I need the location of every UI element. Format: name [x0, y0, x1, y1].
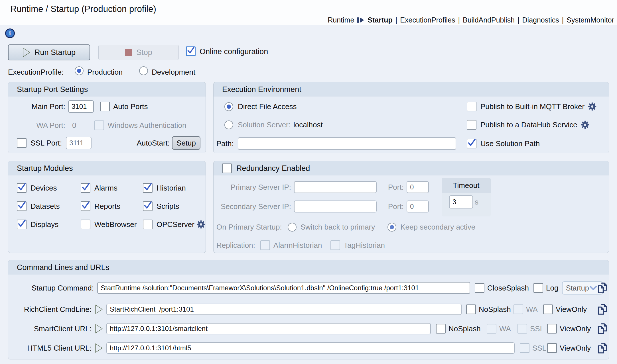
richclient-nosplash-label: NoSplash — [479, 305, 511, 314]
secondary-server-ip-input[interactable] — [294, 201, 377, 212]
path-label: Path: — [216, 139, 234, 148]
redundancy-enabled-checkbox[interactable] — [222, 163, 232, 173]
breadcrumb-diagnostics[interactable]: Diagnostics — [522, 16, 559, 24]
production-label: Production — [87, 68, 123, 77]
keep-secondary-label: Keep secondary active — [400, 223, 475, 232]
auto-ports-checkbox[interactable] — [100, 102, 110, 111]
breadcrumb-executionprofiles[interactable]: ExecutionProfiles — [400, 16, 455, 24]
execution-environment-title: Execution Environment — [214, 82, 609, 97]
smartclient-nosplash-checkbox[interactable] — [436, 324, 446, 334]
richclient-viewonly-label: ViewOnly — [556, 305, 587, 314]
richclient-cmdline-label: RichClient CmdLine: — [8, 305, 92, 314]
breadcrumb-startup[interactable]: Startup — [368, 16, 393, 24]
run-startup-button[interactable]: Run Startup — [8, 44, 90, 60]
publish-mqtt-label: Publish to Built-in MQTT Broker — [480, 102, 584, 111]
breadcrumb: Runtime Startup | ExecutionProfiles | Bu… — [328, 16, 614, 24]
startup-port-settings-panel: Startup Port Settings Main Port: Auto Po… — [8, 82, 206, 153]
richclient-cmdline-input[interactable] — [106, 304, 462, 315]
primary-port-label: Port: — [388, 183, 404, 192]
startup-command-label: Startup Command: — [8, 284, 94, 293]
main-port-input[interactable] — [68, 100, 94, 113]
html5-viewonly-label: ViewOnly — [560, 344, 591, 353]
html5-client-url-input[interactable] — [106, 342, 515, 354]
secondary-port-input[interactable] — [407, 201, 429, 212]
page-title: Runtime / Startup (Production profile) — [10, 4, 156, 14]
redundancy-panel: Redundancy Enabled Primary Server IP: Po… — [213, 161, 609, 253]
richclient-viewonly-checkbox[interactable] — [543, 304, 553, 314]
path-input[interactable] — [238, 137, 456, 150]
log-checkbox[interactable] — [533, 283, 543, 293]
richclient-wa-checkbox — [514, 304, 523, 314]
switch-back-radio[interactable] — [288, 223, 297, 232]
online-configuration-label: Online configuration — [200, 47, 268, 56]
reports-checkbox[interactable] — [81, 201, 90, 211]
smartclient-url-input[interactable] — [106, 323, 431, 334]
displays-checkbox[interactable] — [17, 220, 27, 229]
scripts-label: Scripts — [157, 202, 179, 211]
breadcrumb-systemmonitor[interactable]: SystemMonitor — [567, 16, 614, 24]
richclient-nosplash-checkbox[interactable] — [466, 304, 476, 314]
closesplash-checkbox[interactable] — [475, 283, 484, 293]
richclient-run-icon[interactable] — [95, 304, 103, 314]
reports-label: Reports — [94, 202, 120, 211]
production-radio[interactable] — [75, 66, 84, 75]
redundancy-enabled-label: Redundancy Enabled — [236, 164, 310, 173]
autostart-setup-button[interactable]: Setup — [172, 136, 200, 150]
publish-datahub-checkbox[interactable] — [467, 120, 476, 130]
keep-secondary-radio[interactable] — [387, 223, 396, 232]
html5-viewonly-checkbox[interactable] — [547, 343, 557, 353]
datahub-gear-icon[interactable] — [581, 120, 589, 129]
html5-ssl-label: SSL — [532, 344, 546, 353]
primary-server-ip-label: Primary Server IP: — [214, 183, 291, 192]
use-solution-path-checkbox[interactable] — [467, 139, 476, 148]
on-primary-startup-label: On Primary Startup: — [216, 223, 282, 232]
log-target-value: Startup — [566, 284, 589, 292]
breadcrumb-runtime[interactable]: Runtime — [328, 16, 354, 24]
smartclient-copy-icon[interactable] — [597, 323, 608, 335]
devices-checkbox[interactable] — [17, 183, 27, 193]
breadcrumb-buildandpublish[interactable]: BuildAndPublish — [463, 16, 515, 24]
stop-label: Stop — [136, 48, 152, 57]
richclient-copy-icon[interactable] — [597, 303, 608, 315]
secondary-port-label: Port: — [388, 202, 404, 211]
datasets-checkbox[interactable] — [17, 201, 27, 211]
html5-copy-icon[interactable] — [597, 342, 608, 354]
stop-button[interactable]: Stop — [98, 45, 179, 60]
historian-checkbox[interactable] — [143, 183, 153, 193]
timeout-input[interactable] — [449, 195, 473, 208]
info-icon[interactable]: i — [5, 28, 15, 38]
alarms-checkbox[interactable] — [81, 183, 90, 193]
mqtt-gear-icon[interactable] — [588, 102, 596, 111]
webbrowser-checkbox[interactable] — [81, 220, 90, 229]
command-lines-title: Command Lines and URLs — [8, 260, 609, 275]
breadcrumb-separator: | — [562, 16, 564, 24]
startup-command-copy-icon[interactable] — [597, 282, 608, 294]
solution-server-radio[interactable] — [224, 120, 233, 129]
wa-port-value: 0 — [72, 121, 76, 130]
development-radio[interactable] — [139, 66, 148, 75]
run-startup-label: Run Startup — [34, 48, 76, 57]
closesplash-label: CloseSplash — [487, 284, 529, 293]
scripts-checkbox[interactable] — [143, 201, 153, 211]
smartclient-viewonly-checkbox[interactable] — [547, 324, 557, 334]
online-configuration-checkbox[interactable] — [186, 46, 196, 56]
execution-environment-panel: Execution Environment Direct File Access… — [213, 82, 609, 153]
wa-port-label: WA Port: — [8, 121, 65, 130]
devices-label: Devices — [31, 184, 57, 193]
publish-mqtt-checkbox[interactable] — [467, 102, 476, 111]
direct-file-access-radio[interactable] — [224, 102, 233, 111]
primary-server-ip-input[interactable] — [294, 181, 377, 193]
smartclient-run-icon[interactable] — [95, 324, 103, 334]
alarmhistorian-checkbox — [260, 240, 270, 250]
startup-command-input[interactable] — [97, 282, 470, 294]
ssl-port-checkbox[interactable] — [17, 138, 27, 148]
taghistorian-checkbox — [330, 240, 340, 250]
ssl-port-input[interactable] — [66, 137, 92, 149]
datasets-label: Datasets — [31, 202, 60, 211]
play-icon — [23, 48, 31, 57]
opcserver-checkbox[interactable] — [143, 220, 153, 229]
html5-run-icon[interactable] — [95, 343, 103, 353]
secondary-server-ip-label: Secondary Server IP: — [214, 202, 291, 211]
opcserver-gear-icon[interactable] — [197, 220, 205, 229]
primary-port-input[interactable] — [407, 181, 429, 193]
